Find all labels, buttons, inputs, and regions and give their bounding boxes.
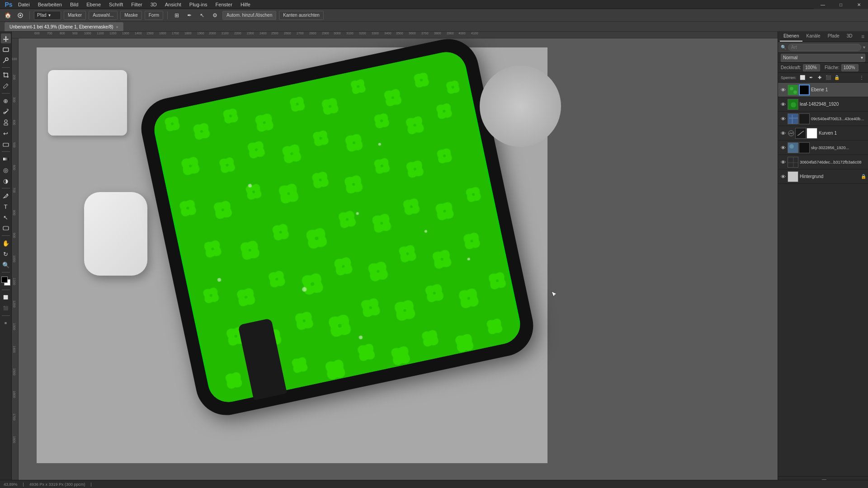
brush-tool[interactable]: [1, 107, 11, 117]
layer-visibility-6[interactable]: 👁: [780, 159, 786, 165]
tool-sep-3: [2, 151, 10, 152]
menu-filter[interactable]: Filter: [127, 1, 146, 8]
layer-item-leaf[interactable]: 👁 leaf-1482948_1920: [778, 97, 868, 112]
tab-pfade[interactable]: Pfade: [824, 32, 843, 42]
layer-item-sky[interactable]: 👁 sky-3022856_1920...: [778, 141, 868, 155]
color-swatches[interactable]: [1, 277, 10, 286]
ruler-label-4000: 4000: [458, 32, 466, 35]
magic-wand-tool[interactable]: [1, 55, 11, 65]
layer-thumb-5: [788, 142, 798, 153]
layer-item-dark[interactable]: 👁 30604fa5746dec...b3172fb3a6c08: [778, 155, 868, 169]
menu-bearbeiten[interactable]: Bearbeiten: [34, 1, 66, 8]
lock-artboard-button[interactable]: ⬛: [825, 74, 832, 81]
tab-close-button[interactable]: ×: [116, 25, 118, 29]
right-panels: Ebenen Kanäle Pfade 3D ≡ 🔍 ▾ Normal ▾ De…: [778, 32, 868, 488]
lock-image-button[interactable]: ✒: [807, 74, 815, 81]
layer-search-input[interactable]: [788, 44, 861, 51]
layer-name-6: 30604fa5746dec...b3172fb3a6c08: [800, 160, 866, 164]
tool-sep-4: [2, 188, 10, 188]
foreground-color-swatch[interactable]: [1, 277, 8, 283]
marker-button[interactable]: Marker: [64, 11, 86, 20]
quick-mask-tool[interactable]: ⬜: [1, 292, 11, 302]
tab-ebenen[interactable]: Ebenen: [780, 32, 802, 42]
align-button[interactable]: Kanten ausrichten: [279, 11, 324, 20]
layer-thumb-group-3: [788, 113, 810, 124]
filter-icon[interactable]: ▾: [863, 45, 865, 50]
blend-mode-dropdown[interactable]: Normal ▾: [781, 54, 865, 62]
layer-visibility-1[interactable]: 👁: [780, 87, 786, 93]
lock-all-button[interactable]: 🔒: [833, 74, 840, 81]
menu-3d[interactable]: 3D: [147, 1, 160, 8]
layer-item-ebene1[interactable]: 👁 Ebene 1: [778, 83, 868, 97]
minimize-button[interactable]: —: [814, 0, 832, 9]
lasso-tool[interactable]: [1, 44, 11, 54]
layer-item-hash[interactable]: 👁 09c540e4f70d13...43ce40bd18f3f2: [778, 112, 868, 126]
layer-options-icon[interactable]: ⋮: [858, 74, 865, 81]
opacity-row: Deckkraft: 100% Fläche: 100%: [778, 63, 868, 73]
menu-hilfe[interactable]: Hilfe: [237, 1, 254, 8]
hand-tool[interactable]: ✋: [1, 238, 11, 248]
lock-transparent-button[interactable]: ⬜: [799, 74, 806, 81]
lock-label: Sperren:: [781, 75, 797, 80]
autom-button[interactable]: Autom. hinzuf./löschen: [222, 11, 276, 20]
move-tool[interactable]: [1, 33, 11, 43]
tab-kanale[interactable]: Kanäle: [802, 32, 824, 42]
tab-3d[interactable]: 3D: [843, 32, 856, 42]
selection-button[interactable]: Auswahl...: [89, 11, 118, 20]
cursor-icon[interactable]: ↖: [197, 10, 207, 20]
eyedropper-tool[interactable]: [1, 81, 11, 91]
healing-brush-tool[interactable]: ⊕: [1, 96, 11, 106]
clone-stamp-tool[interactable]: [1, 117, 11, 127]
path-selection-tool[interactable]: ↖: [1, 212, 11, 222]
layer-visibility-7[interactable]: 👁: [780, 174, 786, 180]
screen-mode-tool[interactable]: ⬛: [1, 303, 11, 313]
lock-position-button[interactable]: ✚: [816, 74, 823, 81]
menu-ansicht[interactable]: Ansicht: [161, 1, 185, 8]
path-dropdown[interactable]: Pfad▾: [34, 11, 61, 20]
menu-fenster[interactable]: Fenster: [212, 1, 236, 8]
maximize-button[interactable]: □: [832, 0, 850, 9]
svg-rect-9: [3, 143, 9, 146]
extra-tools[interactable]: ≡: [1, 318, 11, 328]
panel-collapse-icon[interactable]: ≡: [859, 32, 866, 42]
opacity-value[interactable]: 100%: [803, 64, 820, 71]
layer-visibility-2[interactable]: 👁: [780, 101, 786, 108]
grid-icon[interactable]: ⊞: [172, 10, 182, 20]
pen-icon[interactable]: ✒: [184, 10, 194, 20]
mask-button[interactable]: Maske: [120, 11, 142, 20]
zoom-tool[interactable]: 🔍: [1, 260, 11, 270]
gradient-tool[interactable]: [1, 154, 11, 164]
layer-item-hintergrund[interactable]: 👁 Hintergrund 🔒: [778, 169, 868, 184]
close-button[interactable]: ✕: [850, 0, 868, 9]
settings-icon[interactable]: ⚙: [210, 10, 220, 20]
phone-body: [136, 38, 539, 421]
menu-schrift[interactable]: Schrift: [105, 1, 127, 8]
menu-datei[interactable]: Datei: [14, 1, 33, 8]
layer-thumb-group-4: [788, 128, 817, 139]
menu-plugins[interactable]: Plug-ins: [186, 1, 211, 8]
document-tab[interactable]: Unbenannt-1 bei 43,9% (Ebene 1, Ebenenma…: [5, 22, 123, 31]
rotate-view-tool[interactable]: ↻: [1, 249, 11, 259]
layer-visibility-3[interactable]: 👁: [780, 116, 786, 122]
dodge-tool[interactable]: ◑: [1, 176, 11, 186]
blur-tool[interactable]: ◎: [1, 165, 11, 175]
history-brush-tool[interactable]: ↩: [1, 128, 11, 138]
layer-visibility-5[interactable]: 👁: [780, 145, 786, 151]
text-tool[interactable]: T: [1, 202, 11, 211]
fill-value[interactable]: 100%: [841, 64, 859, 71]
crop-tool[interactable]: [1, 70, 11, 80]
canvas-area[interactable]: [19, 38, 778, 488]
home-icon[interactable]: 🏠: [3, 10, 13, 20]
shape-tool[interactable]: [1, 223, 11, 233]
ruler-label-3500: 3500: [396, 32, 403, 35]
layer-thumb-group-1: [788, 84, 810, 95]
layer-item-kurven[interactable]: 👁 Kurven 1: [778, 126, 868, 141]
menu-bild[interactable]: Bild: [66, 1, 82, 8]
menu-ebene[interactable]: Ebene: [83, 1, 104, 8]
shape-button[interactable]: Form: [145, 11, 163, 20]
brush-options-icon[interactable]: [15, 10, 25, 20]
ruler-label-1800: 1800: [184, 32, 192, 35]
layer-visibility-4[interactable]: 👁: [780, 130, 786, 136]
pen-tool[interactable]: [1, 191, 11, 201]
eraser-tool[interactable]: [1, 139, 11, 149]
